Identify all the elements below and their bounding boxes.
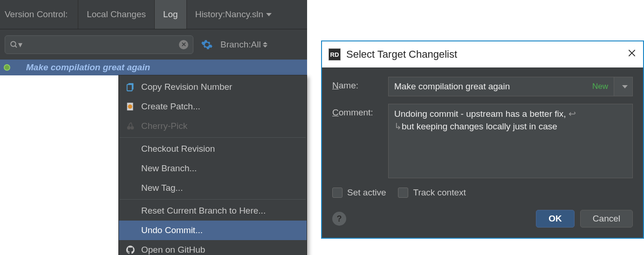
name-label: Name: bbox=[332, 77, 388, 96]
changelist-name-dropdown[interactable] bbox=[614, 77, 633, 96]
commit-node-icon bbox=[4, 64, 10, 71]
menu-new-tag[interactable]: New Tag... bbox=[119, 178, 307, 198]
svg-line-1 bbox=[15, 46, 17, 47]
comment-textarea[interactable]: Undoing commit - upstream has a better f… bbox=[388, 104, 633, 178]
menu-reset-branch-label: Reset Current Branch to Here... bbox=[141, 206, 266, 216]
help-icon[interactable]: ? bbox=[332, 212, 346, 226]
new-badge: New bbox=[592, 82, 608, 91]
branch-filter-value: All bbox=[251, 40, 260, 50]
dialog-body: Name: Make compilation great again New C… bbox=[322, 67, 643, 207]
menu-create-patch[interactable]: Create Patch... bbox=[119, 97, 307, 116]
changelist-name-value: Make compilation great again bbox=[394, 81, 510, 92]
dialog-title: Select Target Changelist bbox=[346, 48, 457, 60]
comment-label: Comment: bbox=[332, 104, 388, 178]
tab-history-file: Nancy.sln bbox=[225, 9, 263, 20]
tab-history-prefix: History: bbox=[195, 9, 225, 20]
menu-copy-revision-label: Copy Revision Number bbox=[141, 82, 232, 92]
wrap-indicator-icon: ↩ bbox=[566, 109, 576, 119]
menu-open-github[interactable]: Open on GitHub bbox=[119, 240, 307, 255]
changelist-name-input[interactable]: Make compilation great again New bbox=[388, 77, 614, 96]
set-active-checkbox[interactable]: Set active bbox=[332, 188, 386, 198]
commit-row[interactable]: Make compilation great again bbox=[0, 60, 307, 75]
track-context-label: Track context bbox=[413, 188, 466, 198]
checkbox-icon bbox=[398, 188, 408, 198]
menu-copy-revision[interactable]: Copy Revision Number bbox=[119, 77, 307, 97]
menu-reset-branch[interactable]: Reset Current Branch to Here... bbox=[119, 201, 307, 221]
menu-cherry-pick-label: Cherry-Pick bbox=[141, 121, 187, 131]
gear-icon[interactable] bbox=[201, 39, 213, 51]
menu-cherry-pick: Cherry-Pick bbox=[119, 116, 307, 136]
sort-arrows-icon bbox=[263, 42, 267, 47]
wrap-continuation-icon: ↳ bbox=[394, 121, 402, 131]
commit-context-menu: Copy Revision Number Create Patch... Che… bbox=[118, 75, 307, 255]
menu-separator bbox=[120, 199, 306, 200]
svg-point-6 bbox=[127, 126, 130, 129]
track-context-checkbox[interactable]: Track context bbox=[398, 188, 466, 198]
menu-new-tag-label: New Tag... bbox=[141, 183, 183, 193]
chevron-down-icon bbox=[266, 13, 272, 16]
menu-new-branch[interactable]: New Branch... bbox=[119, 159, 307, 178]
select-target-changelist-dialog: RD Select Target Changelist Name: Make c… bbox=[321, 40, 644, 239]
menu-checkout-revision[interactable]: Checkout Revision bbox=[119, 139, 307, 159]
branch-filter-label: Branch: bbox=[220, 40, 251, 50]
close-icon[interactable] bbox=[627, 48, 637, 60]
cancel-button[interactable]: Cancel bbox=[580, 210, 633, 228]
log-search-input[interactable]: ▾ ✕ bbox=[5, 35, 193, 54]
dialog-checkboxes: Set active Track context bbox=[332, 186, 633, 202]
menu-separator bbox=[120, 137, 306, 138]
copy-icon bbox=[124, 81, 137, 93]
menu-undo-commit-label: Undo Commit... bbox=[141, 225, 203, 235]
svg-rect-3 bbox=[127, 85, 132, 91]
dialog-titlebar: RD Select Target Changelist bbox=[322, 41, 643, 67]
ok-button[interactable]: OK bbox=[536, 210, 575, 228]
branch-filter[interactable]: Branch: All bbox=[220, 40, 267, 50]
comment-line1: Undoing commit - upstream has a better f… bbox=[394, 109, 566, 119]
menu-undo-commit[interactable]: Undo Commit... bbox=[119, 221, 307, 240]
cherry-icon bbox=[124, 120, 137, 132]
app-logo-icon: RD bbox=[329, 48, 341, 60]
checkbox-icon bbox=[332, 188, 343, 198]
menu-checkout-revision-label: Checkout Revision bbox=[141, 144, 215, 154]
menu-create-patch-label: Create Patch... bbox=[141, 101, 200, 112]
commit-message: Make compilation great again bbox=[26, 62, 150, 73]
svg-point-5 bbox=[128, 104, 132, 108]
set-active-label: Set active bbox=[347, 188, 386, 198]
comment-line2: but keeping changes locally just in case bbox=[402, 121, 557, 131]
dialog-footer: ? OK Cancel bbox=[322, 207, 643, 238]
vc-title: Version Control: bbox=[0, 0, 78, 29]
search-icon: ▾ bbox=[10, 40, 22, 50]
tab-log[interactable]: Log bbox=[154, 0, 186, 29]
vc-toolbar: ▾ ✕ Branch: All bbox=[0, 29, 307, 60]
vc-header: Version Control: Local Changes Log Histo… bbox=[0, 0, 307, 29]
menu-open-github-label: Open on GitHub bbox=[141, 245, 205, 255]
clear-search-icon[interactable]: ✕ bbox=[179, 40, 188, 49]
svg-point-0 bbox=[11, 41, 16, 47]
menu-new-branch-label: New Branch... bbox=[141, 163, 197, 174]
chevron-down-icon bbox=[622, 85, 628, 88]
tab-local-changes[interactable]: Local Changes bbox=[78, 0, 154, 29]
patch-icon bbox=[124, 101, 137, 113]
tab-history[interactable]: History: Nancy.sln bbox=[186, 0, 280, 29]
github-icon bbox=[124, 244, 137, 255]
svg-point-7 bbox=[130, 126, 134, 129]
